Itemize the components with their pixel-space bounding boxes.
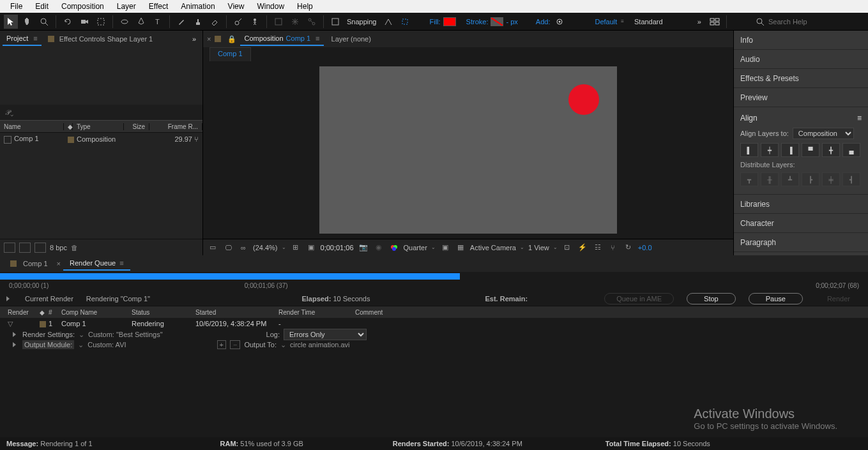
magnify-icon[interactable]: ▭ <box>207 243 218 253</box>
output-file-link[interactable]: circle animation.avi <box>290 341 350 349</box>
fast-preview-icon[interactable]: ⚡ <box>577 243 588 253</box>
align-bottom-icon[interactable]: ▄ <box>842 143 860 157</box>
expand-current-render-icon[interactable] <box>6 296 10 301</box>
comp-nav-tab[interactable]: Comp 1 <box>209 47 251 61</box>
add-label[interactable]: Add: <box>536 18 551 26</box>
snapshot-icon[interactable]: 📷 <box>358 243 369 253</box>
align-hcenter-icon[interactable]: ┿ <box>761 143 779 157</box>
timeline-icon[interactable]: ☷ <box>592 243 604 253</box>
bones-icon[interactable] <box>305 15 319 29</box>
fill-color-swatch[interactable] <box>443 17 456 26</box>
snap-box-icon[interactable] <box>398 15 412 29</box>
view-layout-dropdown[interactable]: 1 View <box>528 244 549 251</box>
selection-tool-icon[interactable] <box>4 15 18 29</box>
lock-icon[interactable]: 🔒 <box>227 35 236 43</box>
col-name[interactable]: Name <box>0 123 64 130</box>
workspace-grid-icon[interactable] <box>708 15 722 29</box>
safe-zones-icon[interactable]: ▣ <box>305 243 317 253</box>
pixel-aspect-icon[interactable]: ⊡ <box>561 243 573 253</box>
menu-edit[interactable]: Edit <box>29 2 55 11</box>
menu-layer[interactable]: Layer <box>110 2 142 11</box>
camera-tool-icon[interactable] <box>77 15 91 29</box>
panel-audio[interactable]: Audio <box>734 50 868 69</box>
roto-brush-tool-icon[interactable] <box>231 15 245 29</box>
stroke-width[interactable]: - px <box>506 18 517 26</box>
align-right-icon[interactable]: ▐ <box>781 143 799 157</box>
panel-effects-presets[interactable]: Effects & Presets <box>734 69 868 88</box>
pause-button[interactable]: Pause <box>749 293 803 304</box>
transparency-grid-icon[interactable]: ▦ <box>455 243 466 253</box>
resolution-dropdown[interactable]: Quarter <box>404 244 427 251</box>
panel-preview[interactable]: Preview <box>734 88 868 107</box>
panel-libraries[interactable]: Libraries <box>734 195 868 214</box>
dist-left-icon[interactable]: ┣ <box>802 172 819 186</box>
current-time[interactable]: 0;00;01;06 <box>321 244 354 251</box>
tab-timeline-comp[interactable]: Comp 1 <box>4 257 54 270</box>
bpc-button[interactable]: 8 bpc <box>50 244 67 251</box>
rotate-tool-icon[interactable] <box>61 15 75 29</box>
align-left-icon[interactable]: ▌ <box>740 143 758 157</box>
snapping-checkbox-icon[interactable] <box>328 15 342 29</box>
hand-tool-icon[interactable] <box>20 15 34 29</box>
eraser-tool-icon[interactable] <box>208 15 222 29</box>
dist-top-icon[interactable]: ┳ <box>740 172 758 186</box>
menu-file[interactable]: File <box>4 2 29 11</box>
output-module-value[interactable]: Custom: AVI <box>88 341 126 349</box>
fill-label[interactable]: Fill: <box>430 18 441 26</box>
stroke-color-swatch[interactable] <box>491 17 503 26</box>
new-folder-icon[interactable] <box>19 243 31 253</box>
interpret-footage-icon[interactable] <box>4 243 15 253</box>
panel-info[interactable]: Info <box>734 31 868 50</box>
expand-item-icon[interactable]: ▽ <box>8 320 13 327</box>
zoom-level[interactable]: (24.4%) <box>253 244 278 251</box>
workspace-standard[interactable]: Standard <box>630 18 667 26</box>
menu-help[interactable]: Help <box>291 2 319 11</box>
col-size[interactable]: Size <box>124 123 149 130</box>
align-top-icon[interactable]: ▀ <box>802 143 819 157</box>
menu-effect[interactable]: Effect <box>142 2 174 11</box>
new-comp-icon[interactable] <box>34 243 46 253</box>
panel-character[interactable]: Character <box>734 214 868 233</box>
panel-paragraph[interactable]: Paragraph <box>734 233 868 252</box>
tab-render-queue[interactable]: Render Queue≡ <box>63 257 130 271</box>
dist-bottom-icon[interactable]: ┻ <box>781 172 799 186</box>
clone-stamp-tool-icon[interactable] <box>191 15 205 29</box>
zoom-tool-icon[interactable] <box>37 15 51 29</box>
tab-composition-viewer[interactable]: Composition Comp 1≡ <box>240 32 323 46</box>
tab-layer-viewer[interactable]: Layer (none) <box>328 33 375 45</box>
workspace-overflow-icon[interactable]: » <box>694 18 705 26</box>
col-label-icon[interactable]: ◆ <box>64 123 73 130</box>
render-settings-value[interactable]: Custom: "Best Settings" <box>88 331 163 338</box>
project-tabs-overflow-icon[interactable]: » <box>188 35 200 43</box>
display-icon[interactable]: 🖵 <box>222 243 234 253</box>
menu-animation[interactable]: Animation <box>174 2 221 11</box>
project-search-icon[interactable]: 𝒫⌄ <box>5 109 13 117</box>
tab-project[interactable]: Project≡ <box>3 32 42 46</box>
rulers-icon[interactable]: ⊞ <box>290 243 301 253</box>
snap-edge-icon[interactable] <box>381 15 395 29</box>
exposure-value[interactable]: +0.0 <box>638 244 652 251</box>
roi-icon[interactable]: ▣ <box>439 243 451 253</box>
rectangle-tool-icon[interactable] <box>118 15 132 29</box>
pan-behind-tool-icon[interactable] <box>94 15 108 29</box>
type-tool-icon[interactable]: T <box>151 15 165 29</box>
col-framerate[interactable]: Frame R... <box>149 123 202 130</box>
composition-viewport[interactable] <box>203 61 733 239</box>
flowchart-view-icon[interactable]: ⑂ <box>607 243 619 253</box>
add-output-icon[interactable]: + <box>217 340 226 349</box>
stroke-label[interactable]: Stroke: <box>466 18 489 26</box>
puppet-tool-icon[interactable] <box>248 15 262 29</box>
goggles-icon[interactable]: ∞ <box>238 243 249 253</box>
remove-output-icon[interactable]: − <box>230 340 240 349</box>
workspace-default[interactable]: Default≡ <box>591 18 628 26</box>
stop-button[interactable]: Stop <box>687 293 736 304</box>
search-help-input[interactable] <box>768 18 864 26</box>
align-to-dropdown[interactable]: Composition <box>793 128 854 139</box>
channels-icon[interactable] <box>388 243 400 253</box>
menu-view[interactable]: View <box>222 2 251 11</box>
expand-render-settings-icon[interactable] <box>13 332 16 337</box>
brush-tool-icon[interactable] <box>174 15 188 29</box>
trash-icon[interactable]: 🗑 <box>71 244 78 251</box>
reset-exposure-icon[interactable]: ↻ <box>623 243 634 253</box>
dist-right-icon[interactable]: ┫ <box>842 172 860 186</box>
